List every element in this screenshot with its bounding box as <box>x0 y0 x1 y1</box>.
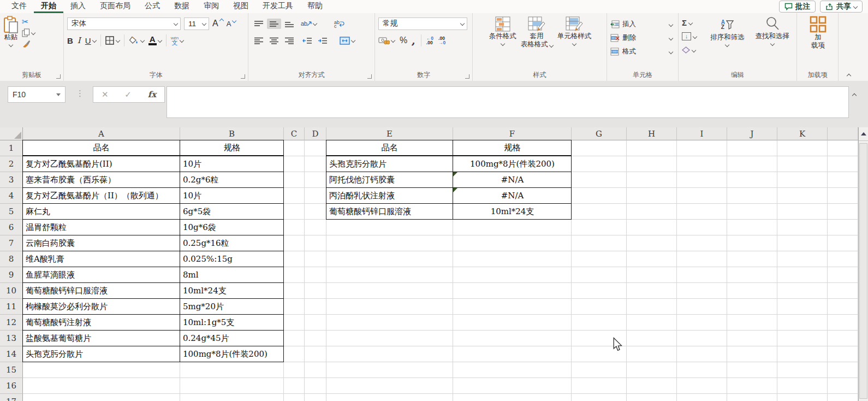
column-header-B[interactable]: B <box>180 127 284 140</box>
table-data-cell[interactable]: 10ml*24支 <box>453 204 572 220</box>
cell-D7[interactable] <box>305 235 326 251</box>
cell-E13[interactable] <box>326 331 453 346</box>
row-header-3[interactable]: 3 <box>0 172 23 188</box>
cell-I1[interactable] <box>677 140 727 156</box>
cell-G8[interactable] <box>572 251 627 267</box>
table-data-cell[interactable]: 阿托伐他汀钙胶囊 <box>326 172 453 188</box>
column-header-A[interactable]: A <box>23 127 180 140</box>
cell-D14[interactable] <box>305 346 326 362</box>
table-data-cell[interactable]: 100mg*8片(件装200) <box>180 346 284 362</box>
comma-style-button[interactable]: , <box>412 38 417 43</box>
ribbon-tab-文件[interactable]: 文件 <box>4 0 34 13</box>
cell-H11[interactable] <box>627 299 677 315</box>
cell-E6[interactable] <box>326 220 453 235</box>
cell-H10[interactable] <box>627 283 677 299</box>
cell-L2[interactable] <box>828 156 858 172</box>
cell-F17[interactable] <box>453 394 572 401</box>
cell-J6[interactable] <box>727 220 777 235</box>
vertical-scrollbar[interactable] <box>858 127 868 401</box>
cell-styles-button[interactable]: 单元格样式 <box>557 16 592 71</box>
row-header-9[interactable]: 9 <box>0 267 23 283</box>
center-button[interactable] <box>267 36 281 46</box>
cell-L10[interactable] <box>828 283 858 299</box>
collapse-ribbon-button[interactable] <box>847 74 851 78</box>
cancel-button[interactable]: ✕ <box>102 90 109 99</box>
cell-G1[interactable] <box>572 140 627 156</box>
table-header-cell[interactable]: 规格 <box>453 140 572 156</box>
font-dialog-launcher[interactable] <box>241 74 245 79</box>
table-data-cell[interactable]: 10g*6袋 <box>180 220 284 235</box>
cell-I4[interactable] <box>677 188 727 204</box>
cell-I17[interactable] <box>677 394 727 401</box>
copy-button[interactable] <box>22 28 35 37</box>
cell-H14[interactable] <box>627 346 677 362</box>
decrease-font-size-button[interactable]: A <box>227 20 236 28</box>
bottom-align-button[interactable] <box>282 19 296 29</box>
cell-L3[interactable] <box>828 172 858 188</box>
table-data-cell[interactable]: 复方对乙酰氨基酚片（II）（散列通） <box>23 188 180 204</box>
cell-L4[interactable] <box>828 188 858 204</box>
table-data-cell[interactable]: 6g*5袋 <box>180 204 284 220</box>
cell-I11[interactable] <box>677 299 727 315</box>
cell-H16[interactable] <box>627 378 677 394</box>
cell-C8[interactable] <box>284 251 305 267</box>
cell-F14[interactable] <box>453 346 572 362</box>
column-header-G[interactable]: G <box>572 127 627 140</box>
table-data-cell[interactable]: 0.24g*45片 <box>180 331 284 346</box>
table-data-cell[interactable]: 葡萄糖酸钙锌口服溶液 <box>326 204 453 220</box>
cell-H9[interactable] <box>627 267 677 283</box>
table-data-cell[interactable]: 10片 <box>180 156 284 172</box>
cell-I10[interactable] <box>677 283 727 299</box>
cell-K3[interactable] <box>777 172 828 188</box>
column-header-K[interactable]: K <box>777 127 828 140</box>
cell-D1[interactable] <box>305 140 326 156</box>
cell-D11[interactable] <box>305 299 326 315</box>
cell-D9[interactable] <box>305 267 326 283</box>
cell-J2[interactable] <box>727 156 777 172</box>
cell-L15[interactable] <box>828 362 858 378</box>
cell-F11[interactable] <box>453 299 572 315</box>
cell-B16[interactable] <box>180 378 284 394</box>
cell-J4[interactable] <box>727 188 777 204</box>
cell-G16[interactable] <box>572 378 627 394</box>
wrap-text-button[interactable]: abc <box>332 18 347 30</box>
paste-button[interactable]: 粘贴 <box>3 16 19 48</box>
cell-A16[interactable] <box>23 378 180 394</box>
cell-K4[interactable] <box>777 188 828 204</box>
cell-I9[interactable] <box>677 267 727 283</box>
cell-G2[interactable] <box>572 156 627 172</box>
cell-G15[interactable] <box>572 362 627 378</box>
cell-H1[interactable] <box>627 140 677 156</box>
cell-H6[interactable] <box>627 220 677 235</box>
addins-button[interactable]: 加 载项 <box>810 16 827 71</box>
cell-D17[interactable] <box>305 394 326 401</box>
cell-K7[interactable] <box>777 235 828 251</box>
italic-button[interactable]: I <box>78 36 81 45</box>
conditional-formatting-button[interactable]: 条件格式 <box>489 16 516 71</box>
accounting-format-button[interactable] <box>378 37 395 45</box>
cell-C9[interactable] <box>284 267 305 283</box>
alignment-dialog-launcher[interactable] <box>367 74 372 79</box>
cell-H15[interactable] <box>627 362 677 378</box>
ribbon-tab-开发工具[interactable]: 开发工具 <box>255 0 300 13</box>
cell-I16[interactable] <box>677 378 727 394</box>
cell-D4[interactable] <box>305 188 326 204</box>
cell-J8[interactable] <box>727 251 777 267</box>
table-data-cell[interactable]: 鱼腥草滴眼液 <box>23 267 180 283</box>
cell-F9[interactable] <box>453 267 572 283</box>
cell-G4[interactable] <box>572 188 627 204</box>
cell-I2[interactable] <box>677 156 727 172</box>
cell-C10[interactable] <box>284 283 305 299</box>
cell-L16[interactable] <box>828 378 858 394</box>
select-all-corner[interactable] <box>0 127 23 140</box>
table-data-cell[interactable]: 5mg*20片 <box>180 299 284 315</box>
cell-J7[interactable] <box>727 235 777 251</box>
cell-L1[interactable] <box>828 140 858 156</box>
row-header-2[interactable]: 2 <box>0 156 23 172</box>
cell-G11[interactable] <box>572 299 627 315</box>
cell-L6[interactable] <box>828 220 858 235</box>
row-header-13[interactable]: 13 <box>0 331 23 346</box>
scroll-up-button[interactable] <box>859 127 868 141</box>
ribbon-tab-页面布局[interactable]: 页面布局 <box>93 0 138 13</box>
cell-D16[interactable] <box>305 378 326 394</box>
